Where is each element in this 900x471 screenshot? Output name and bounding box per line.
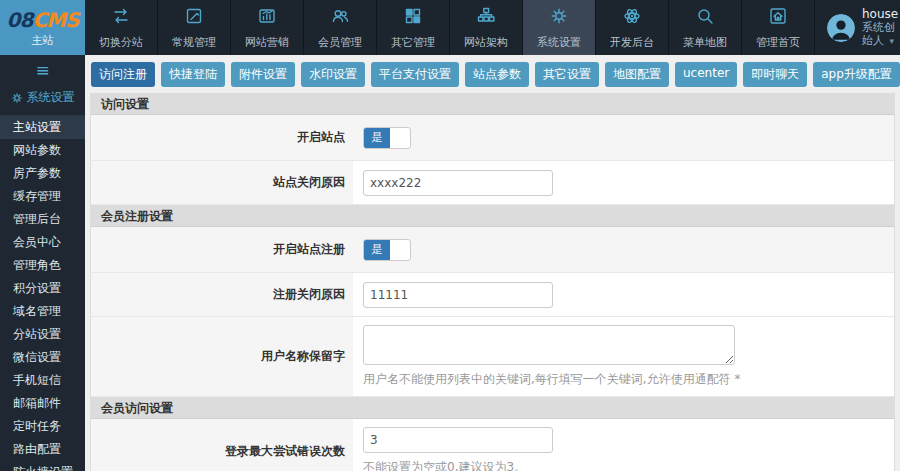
tab-attachment-settings[interactable]: 附件设置 bbox=[231, 62, 295, 87]
reserved-usernames-help: 用户名不能使用列表中的关键词,每行填写一个关键词,允许使用通配符 * bbox=[363, 371, 740, 388]
section-header-access: 访问设置 bbox=[91, 93, 894, 115]
field-label: 站点关闭原因 bbox=[91, 161, 353, 204]
logo-text: 08CMS bbox=[7, 8, 79, 32]
sidebar-item-cache-management[interactable]: 缓存管理 bbox=[0, 185, 85, 208]
tab-watermark-settings[interactable]: 水印设置 bbox=[301, 62, 365, 87]
form-row-reserved-usernames: 用户名称保留字 用户名不能使用列表中的关键词,每行填写一个关键词,允许使用通配符… bbox=[91, 317, 894, 397]
site-label: 主站 bbox=[32, 33, 54, 48]
field-label: 开启站点注册 bbox=[91, 227, 353, 272]
user-role: 系统创始人 ▾ bbox=[862, 21, 900, 48]
topbar: 08CMS 主站 切换分站 常规管理 网站营销 会员管理 其它管理 bbox=[0, 0, 900, 55]
nav-item-admin-home[interactable]: 管理首页 bbox=[742, 0, 815, 55]
gear-icon bbox=[11, 92, 23, 104]
register-close-reason-input[interactable] bbox=[363, 282, 553, 308]
sidebar-item-domain-management[interactable]: 域名管理 bbox=[0, 300, 85, 323]
sidebar-item-substation-settings[interactable]: 分站设置 bbox=[0, 323, 85, 346]
section-header-member-access: 会员访问设置 bbox=[91, 397, 894, 419]
tab-instant-chat[interactable]: 即时聊天 bbox=[743, 62, 807, 87]
settings-tabbar: 访问注册 快捷登陆 附件设置 水印设置 平台支付设置 站点参数 其它设置 地图配… bbox=[85, 55, 900, 93]
sidebar-item-email[interactable]: 邮箱邮件 bbox=[0, 392, 85, 415]
edit-doc-icon bbox=[183, 5, 205, 31]
tab-access-register[interactable]: 访问注册 bbox=[91, 62, 155, 87]
sidebar-item-property-params[interactable]: 房产参数 bbox=[0, 162, 85, 185]
tab-other-settings[interactable]: 其它设置 bbox=[535, 62, 599, 87]
tab-site-params[interactable]: 站点参数 bbox=[465, 62, 529, 87]
gear-icon bbox=[548, 5, 570, 31]
tab-quick-login[interactable]: 快捷登陆 bbox=[161, 62, 225, 87]
sidebar-item-main-site-settings[interactable]: 主站设置 bbox=[0, 116, 85, 139]
avatar bbox=[827, 14, 855, 42]
field-label: 开启站点 bbox=[91, 115, 353, 160]
form-row-register-close-reason: 注册关闭原因 bbox=[91, 273, 894, 317]
site-enabled-toggle[interactable]: 是 bbox=[363, 127, 411, 149]
sidebar-item-member-center[interactable]: 会员中心 bbox=[0, 231, 85, 254]
nav-item-system-settings[interactable]: 系统设置 bbox=[523, 0, 596, 55]
register-enabled-toggle[interactable]: 是 bbox=[363, 239, 411, 261]
settings-form: 访问设置 开启站点 是 站点关闭原因 会员注册设置 开启站点注册 是 bbox=[90, 93, 895, 471]
user-name: house bbox=[862, 7, 900, 21]
section-header-member-register: 会员注册设置 bbox=[91, 205, 894, 227]
tab-app-upgrade[interactable]: app升级配置 bbox=[813, 62, 900, 87]
nav-item-site-structure[interactable]: 网站架构 bbox=[450, 0, 523, 55]
nav-item-general-management[interactable]: 常规管理 bbox=[158, 0, 231, 55]
menu-toggle-icon[interactable]: ≡ bbox=[0, 55, 85, 82]
nav-item-switch-substation[interactable]: 切换分站 bbox=[85, 0, 158, 55]
users-icon bbox=[329, 5, 351, 31]
form-row-max-login-attempts: 登录最大尝试错误次数 不能设置为空或0,建议设为3。 bbox=[91, 419, 894, 471]
tab-platform-payment[interactable]: 平台支付设置 bbox=[371, 62, 459, 87]
search-icon bbox=[694, 5, 716, 31]
field-label: 用户名称保留字 bbox=[91, 317, 353, 396]
nav-item-menu-map[interactable]: 菜单地图 bbox=[669, 0, 742, 55]
main-content: 访问注册 快捷登陆 附件设置 水印设置 平台支付设置 站点参数 其它设置 地图配… bbox=[85, 55, 900, 471]
form-row-site-enabled: 开启站点 是 bbox=[91, 115, 894, 161]
sidebar-item-site-params[interactable]: 网站参数 bbox=[0, 139, 85, 162]
sidebar-item-scheduled-tasks[interactable]: 定时任务 bbox=[0, 415, 85, 438]
swap-icon bbox=[110, 5, 132, 31]
nav-item-dev-backend[interactable]: 开发后台 bbox=[596, 0, 669, 55]
sidebar-item-sms[interactable]: 手机短信 bbox=[0, 369, 85, 392]
grid-icon bbox=[402, 5, 424, 31]
nav-item-other-management[interactable]: 其它管理 bbox=[377, 0, 450, 55]
home-icon bbox=[767, 5, 789, 31]
chart-icon bbox=[256, 5, 278, 31]
user-menu[interactable]: house 系统创始人 ▾ bbox=[815, 0, 900, 55]
sidebar-item-points-settings[interactable]: 积分设置 bbox=[0, 277, 85, 300]
form-row-register-enabled: 开启站点注册 是 bbox=[91, 227, 894, 273]
nav-item-site-marketing[interactable]: 网站营销 bbox=[231, 0, 304, 55]
sidebar-item-route-config[interactable]: 路由配置 bbox=[0, 438, 85, 461]
tab-ucenter[interactable]: ucenter bbox=[675, 62, 737, 87]
toggle-on-label: 是 bbox=[364, 128, 390, 148]
user-info: house 系统创始人 ▾ bbox=[862, 7, 900, 48]
sidebar-item-admin-backend[interactable]: 管理后台 bbox=[0, 208, 85, 231]
chevron-down-icon: ▾ bbox=[890, 36, 895, 46]
sitemap-icon bbox=[475, 5, 497, 31]
field-label: 注册关闭原因 bbox=[91, 273, 353, 316]
max-login-attempts-help: 不能设置为空或0,建议设为3。 bbox=[363, 459, 526, 471]
tab-map-config[interactable]: 地图配置 bbox=[605, 62, 669, 87]
nav-item-member-management[interactable]: 会员管理 bbox=[304, 0, 377, 55]
reserved-usernames-textarea[interactable] bbox=[363, 325, 735, 365]
max-login-attempts-input[interactable] bbox=[363, 427, 553, 453]
field-label: 登录最大尝试错误次数 bbox=[91, 419, 353, 471]
atom-icon bbox=[621, 5, 643, 31]
sidebar: ≡ 系统设置 主站设置 网站参数 房产参数 缓存管理 管理后台 会员中心 管理角… bbox=[0, 55, 85, 471]
sidebar-item-admin-roles[interactable]: 管理角色 bbox=[0, 254, 85, 277]
toggle-on-label: 是 bbox=[364, 240, 390, 260]
site-close-reason-input[interactable] bbox=[363, 170, 553, 196]
sidebar-section-header[interactable]: 系统设置 bbox=[0, 82, 85, 116]
sidebar-item-firewall-settings[interactable]: 防火墙设置 bbox=[0, 461, 85, 471]
form-row-site-close-reason: 站点关闭原因 bbox=[91, 161, 894, 205]
app-logo[interactable]: 08CMS 主站 bbox=[0, 0, 85, 55]
sidebar-item-wechat-settings[interactable]: 微信设置 bbox=[0, 346, 85, 369]
